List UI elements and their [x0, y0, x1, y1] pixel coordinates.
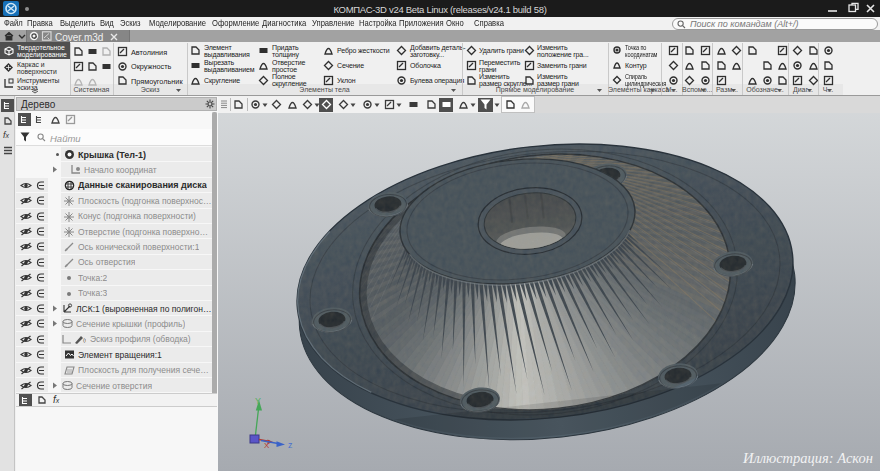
svg-text:(w): (w) — [83, 337, 86, 343]
svg-text:Y: Y — [255, 396, 261, 406]
svg-text:z: z — [288, 440, 293, 450]
